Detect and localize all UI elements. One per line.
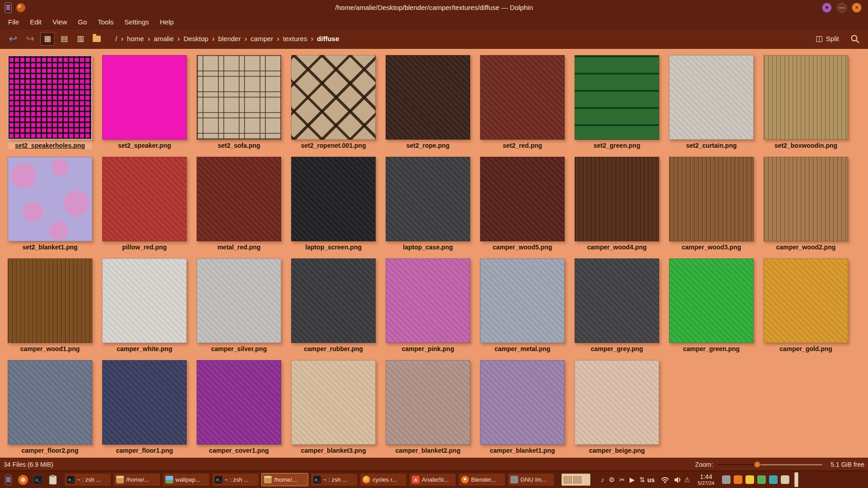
task-button[interactable]: ~ : zsh ... xyxy=(64,473,111,486)
tray-app-icon-2[interactable] xyxy=(734,475,742,484)
file-tile[interactable]: set2_ropenet.001.png xyxy=(291,55,376,149)
menu-item-go[interactable]: Go xyxy=(72,16,92,28)
menu-item-view[interactable]: View xyxy=(47,16,72,28)
breadcrumb-blender[interactable]: blender xyxy=(215,33,244,44)
file-tile[interactable]: camper_beige.png xyxy=(575,360,659,454)
minimize-button[interactable]: — xyxy=(837,3,847,13)
tray-app-icon-5[interactable] xyxy=(769,475,778,484)
file-tile[interactable]: set2_red.png xyxy=(480,55,565,149)
file-tile[interactable]: camper_silver.png xyxy=(197,258,281,352)
shade-button[interactable]: ▾ xyxy=(822,3,832,13)
tray-app-icon-4[interactable] xyxy=(757,475,766,484)
breadcrumb-diffuse[interactable]: diffuse xyxy=(314,33,342,44)
task-button[interactable]: ~ : zsh ... xyxy=(311,473,358,486)
file-tile[interactable]: camper_wood4.png xyxy=(575,157,659,251)
file-tile[interactable]: camper_grey.png xyxy=(575,258,659,352)
task-button[interactable]: GNU Im... xyxy=(508,473,555,486)
file-tile[interactable]: camper_blanket1.png xyxy=(480,360,565,454)
file-tile[interactable]: set2_speaker.png xyxy=(102,55,187,149)
file-tile[interactable]: camper_blanket3.png xyxy=(291,360,376,454)
network-transfer-icon[interactable]: ⇅ xyxy=(639,476,645,483)
split-button[interactable]: ◫ Split xyxy=(812,32,843,45)
breadcrumb-desktop[interactable]: Desktop xyxy=(180,33,212,44)
show-desktop-button[interactable] xyxy=(794,472,798,487)
task-label: AnalieSt... xyxy=(422,476,448,483)
pager-window-preview xyxy=(573,476,581,483)
media-player-icon[interactable]: ♪ xyxy=(601,476,604,483)
clipboard-manager-icon[interactable]: ✂ xyxy=(619,476,625,483)
file-tile[interactable]: set2_speakerholes.png xyxy=(8,55,92,149)
file-tile[interactable]: camper_wood3.png xyxy=(669,157,754,251)
task-button[interactable]: AnalieSt... xyxy=(409,473,456,486)
menu-item-settings[interactable]: Settings xyxy=(119,16,154,28)
file-tile[interactable]: camper_gold.png xyxy=(764,258,848,352)
breadcrumb-amalie[interactable]: amalie xyxy=(151,33,177,44)
close-button[interactable]: × xyxy=(852,3,862,13)
task-button[interactable]: wallpap... xyxy=(163,473,210,486)
file-tile[interactable]: set2_blanket1.png xyxy=(8,157,92,251)
breadcrumb-root[interactable]: / xyxy=(112,33,120,44)
task-button[interactable]: cycles r... xyxy=(360,473,407,486)
file-tile[interactable]: laptop_case.png xyxy=(386,157,470,251)
warning-notification-icon[interactable]: ⚠ xyxy=(684,476,690,484)
breadcrumb-camper[interactable]: camper xyxy=(247,33,276,44)
zoom-slider[interactable] xyxy=(717,461,822,468)
file-thumbnail xyxy=(102,258,187,343)
menu-item-file[interactable]: File xyxy=(3,16,24,28)
file-tile[interactable]: set2_green.png xyxy=(575,55,659,149)
virtual-desktop-pager[interactable] xyxy=(561,474,590,486)
file-tile[interactable]: camper_metal.png xyxy=(480,258,565,352)
task-button[interactable]: /home/... xyxy=(113,473,160,486)
file-tile[interactable]: camper_rubber.png xyxy=(291,258,376,352)
search-icon xyxy=(850,34,859,43)
app-icon[interactable] xyxy=(16,3,26,13)
file-tile[interactable]: camper_blanket2.png xyxy=(386,360,470,454)
file-tile[interactable]: set2_rope.png xyxy=(386,55,470,149)
app-menu-icon[interactable] xyxy=(17,473,29,487)
phone-icon[interactable] xyxy=(5,2,12,13)
file-tile[interactable]: camper_floor1.png xyxy=(102,360,187,454)
compact-view-button[interactable]: ▤ xyxy=(57,33,71,45)
file-tile[interactable]: camper_cover1.png xyxy=(197,360,281,454)
file-tile[interactable]: camper_green.png xyxy=(669,258,754,352)
back-button[interactable]: ↩ xyxy=(5,32,21,46)
file-tile[interactable]: camper_wood5.png xyxy=(480,157,565,251)
file-tile[interactable]: camper_floor2.png xyxy=(8,360,92,454)
tray-app-icon-6[interactable] xyxy=(781,475,789,484)
volume-icon[interactable] xyxy=(674,476,682,483)
task-button[interactable]: Blender... xyxy=(458,473,505,486)
menu-item-tools[interactable]: Tools xyxy=(92,16,119,28)
play-icon[interactable]: ▶ xyxy=(630,476,635,483)
folders-panel-button[interactable] xyxy=(90,33,104,45)
menu-item-help[interactable]: Help xyxy=(155,16,179,28)
tray-app-icon-1[interactable] xyxy=(722,475,731,484)
file-tile[interactable]: laptop_screen.png xyxy=(291,157,376,251)
file-tile[interactable]: camper_wood1.png xyxy=(8,258,92,352)
wifi-icon[interactable] xyxy=(660,476,670,483)
terminal-launcher-icon[interactable]: >_ xyxy=(32,473,44,487)
task-button[interactable]: ~ : zsh ... xyxy=(212,473,259,486)
file-tile[interactable]: camper_wood2.png xyxy=(764,157,848,251)
file-tile[interactable]: set2_boxwoodin.png xyxy=(764,55,848,149)
zoom-slider-handle[interactable] xyxy=(754,461,760,468)
file-tile[interactable]: camper_pink.png xyxy=(386,258,470,352)
file-tile[interactable]: camper_white.png xyxy=(102,258,187,352)
file-tile[interactable]: pillow_red.png xyxy=(102,157,187,251)
menu-item-edit[interactable]: Edit xyxy=(24,16,47,28)
clipboard-launcher-icon[interactable] xyxy=(47,473,59,487)
tray-app-icon-3[interactable] xyxy=(745,475,754,484)
file-tile[interactable]: set2_sofa.png xyxy=(197,55,281,149)
forward-button[interactable]: ↪ xyxy=(23,32,38,46)
phone-launcher-icon[interactable] xyxy=(2,473,14,487)
file-tile[interactable]: metal_red.png xyxy=(197,157,281,251)
icons-view-button[interactable]: ▦ xyxy=(40,32,55,46)
clock[interactable]: 1:44 5/27/24 xyxy=(698,473,714,486)
breadcrumb-textures[interactable]: textures xyxy=(280,33,310,44)
details-view-button[interactable]: ▥ xyxy=(74,33,87,45)
breadcrumb-home[interactable]: home xyxy=(124,33,147,44)
task-button[interactable]: /home/... xyxy=(261,473,308,486)
keyboard-layout-indicator[interactable]: us xyxy=(647,476,655,483)
file-tile[interactable]: set2_curtain.png xyxy=(669,55,754,149)
search-button[interactable] xyxy=(847,32,863,46)
settings-icon[interactable]: ⚙ xyxy=(609,476,615,483)
